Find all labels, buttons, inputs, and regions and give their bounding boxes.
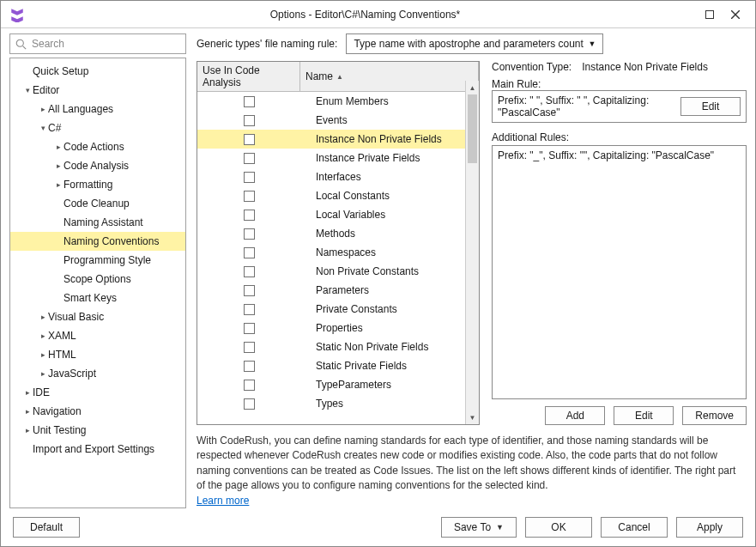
tree-item[interactable]: Quick Setup [10,62,185,81]
tree-item[interactable]: ▸JavaScript [10,364,185,383]
default-button[interactable]: Default [13,517,80,538]
use-in-analysis-checkbox[interactable] [244,266,255,277]
use-in-analysis-checkbox[interactable] [244,285,255,296]
use-in-analysis-checkbox[interactable] [244,115,255,126]
tree-item[interactable]: ▸HTML [10,345,185,364]
main-rule-text: Prefix: " ", Suffix: " ", Capitalizing: … [498,94,680,119]
table-row[interactable]: Static Private Fields [197,356,479,375]
use-in-analysis-checkbox[interactable] [244,247,255,258]
expand-open-icon[interactable]: ▾ [38,124,48,132]
tree-item[interactable]: Naming Assistant [10,213,185,232]
tree-item-label: Formatting [64,179,112,191]
use-in-analysis-checkbox[interactable] [244,380,255,391]
tree-item[interactable]: ▸Formatting [10,175,185,194]
table-row[interactable]: Private Constants [197,300,479,319]
use-in-analysis-checkbox[interactable] [244,134,255,145]
additional-rules-list[interactable]: Prefix: "_", Suffix: "", Capitalizing: "… [492,145,747,399]
close-button[interactable] [723,4,748,25]
tree-item[interactable]: Smart Keys [10,289,185,307]
table-row[interactable]: TypeParameters [197,375,479,394]
use-in-analysis-checkbox[interactable] [244,96,255,107]
tree-item-label: Code Actions [64,141,124,153]
tree-item[interactable]: ▾C# [10,119,185,137]
use-in-analysis-checkbox[interactable] [244,210,255,221]
use-in-analysis-checkbox[interactable] [244,191,255,202]
add-rule-button[interactable]: Add [545,406,605,425]
tree-item[interactable]: Naming Conventions [10,232,185,251]
table-row[interactable]: Events [197,111,479,130]
main-rule-edit-button[interactable]: Edit [680,97,741,116]
use-in-analysis-checkbox[interactable] [244,361,255,372]
table-row[interactable]: Namespaces [197,243,479,262]
tree-item[interactable]: ▸XAML [10,326,185,345]
generic-rule-label: Generic types' file naming rule: [197,38,337,50]
identifier-name: Static Private Fields [300,360,479,372]
options-tree: Quick Setup▾Editor▸All Languages▾C#▸Code… [9,58,186,508]
col-name[interactable]: Name▲ [300,62,479,92]
scroll-up-icon[interactable]: ▲ [466,81,479,94]
cancel-button[interactable]: Cancel [601,517,668,538]
table-row[interactable]: Interfaces [197,167,479,186]
tree-item[interactable]: Scope Options [10,270,185,289]
scroll-down-icon[interactable]: ▼ [466,410,479,424]
table-row[interactable]: Types [197,394,479,413]
expand-closed-icon[interactable]: ▸ [53,161,64,170]
expand-closed-icon[interactable]: ▸ [38,350,48,359]
apply-button[interactable]: Apply [676,517,743,538]
additional-rule-item[interactable]: Prefix: "_", Suffix: "", Capitalizing: "… [498,149,741,161]
search-input[interactable]: Search [9,33,186,54]
tree-item[interactable]: ▸Code Analysis [10,156,185,175]
edit-rule-button[interactable]: Edit [614,406,674,425]
table-scrollbar[interactable]: ▲ ▼ [465,81,479,424]
expand-closed-icon[interactable]: ▸ [22,407,33,416]
tree-item[interactable]: ▸Navigation [10,402,185,421]
maximize-button[interactable] [697,4,723,25]
tree-item[interactable]: ▸Unit Testing [10,421,185,440]
expand-closed-icon[interactable]: ▸ [38,369,48,378]
table-row[interactable]: Non Private Constants [197,262,479,281]
tree-item[interactable]: Code Cleanup [10,194,185,213]
expand-closed-icon[interactable]: ▸ [22,426,33,435]
expand-closed-icon[interactable]: ▸ [22,388,33,397]
tree-item[interactable]: ▸Visual Basic [10,307,185,326]
remove-rule-button[interactable]: Remove [682,406,747,425]
main-rule-label: Main Rule: [492,78,747,90]
use-in-analysis-checkbox[interactable] [244,172,255,183]
use-in-analysis-checkbox[interactable] [244,342,255,353]
use-in-analysis-checkbox[interactable] [244,228,255,240]
titlebar: Options - Editor\C#\Naming Conventions* [1,1,755,28]
tree-item[interactable]: Import and Export Settings [10,440,185,459]
tree-item[interactable]: ▸All Languages [10,100,185,119]
table-row[interactable]: Methods [197,224,479,243]
scroll-thumb[interactable] [468,94,477,163]
use-in-analysis-checkbox[interactable] [244,153,255,164]
expand-closed-icon[interactable]: ▸ [38,105,48,113]
table-row[interactable]: Enum Members [197,92,479,111]
ok-button[interactable]: OK [525,517,592,538]
col-use-in-analysis[interactable]: Use In Code Analysis [197,62,300,92]
tree-item[interactable]: ▸Code Actions [10,137,185,156]
table-row[interactable]: Local Variables [197,205,479,224]
expand-closed-icon[interactable]: ▸ [38,313,48,321]
table-row[interactable]: Static Non Private Fields [197,337,479,356]
tree-item[interactable]: ▸IDE [10,383,185,402]
use-in-analysis-checkbox[interactable] [244,304,255,315]
table-row[interactable]: Instance Non Private Fields [197,130,479,149]
expand-closed-icon[interactable]: ▸ [38,331,48,340]
use-in-analysis-checkbox[interactable] [244,323,255,334]
table-row[interactable]: Properties [197,319,479,337]
learn-more-link[interactable]: Learn more [197,495,249,507]
dialog-footer: Default Save To▼ OK Cancel Apply [1,508,755,546]
tree-item[interactable]: ▾Editor [10,81,185,100]
table-row[interactable]: Parameters [197,281,479,300]
expand-closed-icon[interactable]: ▸ [53,143,64,151]
generic-rule-dropdown[interactable]: Type name with apostrophe and parameters… [346,33,603,54]
expand-open-icon[interactable]: ▾ [22,86,33,94]
tree-item[interactable]: Programming Style [10,251,185,270]
expand-closed-icon[interactable]: ▸ [53,180,64,189]
search-placeholder: Search [32,38,64,50]
table-row[interactable]: Local Constants [197,186,479,205]
use-in-analysis-checkbox[interactable] [244,398,255,410]
table-row[interactable]: Instance Private Fields [197,149,479,167]
save-to-button[interactable]: Save To▼ [441,517,517,538]
